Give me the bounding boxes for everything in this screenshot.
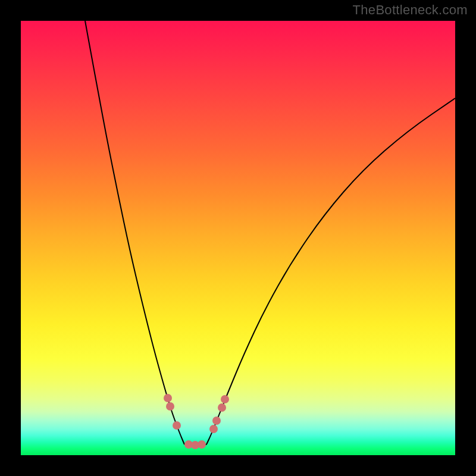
marker-dot: [212, 416, 221, 425]
attribution-text: TheBottleneck.com: [353, 2, 468, 18]
chart-container: TheBottleneck.com: [0, 0, 476, 476]
marker-dot: [218, 403, 226, 412]
marker-dot: [221, 395, 229, 403]
marker-dot: [166, 402, 174, 411]
marker-dot: [173, 421, 181, 430]
marker-dot: [198, 440, 206, 449]
marker-dot: [164, 394, 172, 402]
plot-area: [21, 21, 455, 455]
left-curve: [85, 21, 184, 444]
highlight-dots: [164, 394, 229, 449]
curve-layer: [21, 21, 455, 455]
marker-dot: [209, 425, 218, 433]
right-curve: [206, 98, 455, 444]
